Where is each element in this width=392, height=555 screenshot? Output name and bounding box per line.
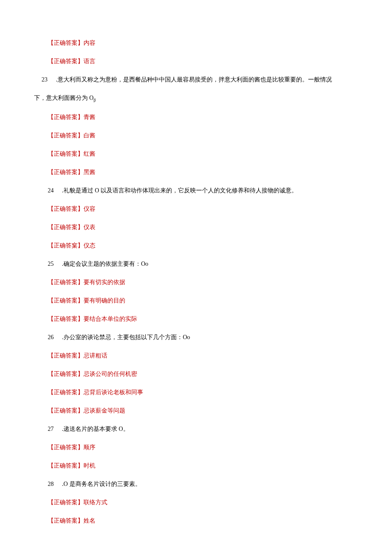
answer-label: 【正确答案】 [48, 499, 84, 506]
answer-text: 内容 [84, 40, 95, 46]
answer-line: 【正确答案】青酱 [48, 113, 366, 122]
question-25: 25 .确定会议主题的依据主要有：Oo [48, 259, 366, 268]
answer-text: 忌讲粗话 [84, 352, 107, 359]
answer-label: 【正确答案】 [48, 517, 84, 524]
answer-label: 【正确答窠】 [48, 242, 84, 249]
question-text: .办公室的谈论禁忌，主要包括以下几个方面：Oo [61, 334, 190, 340]
answer-line: 【正确答案】黑酱 [48, 168, 366, 177]
answer-label: 【正确答案】 [48, 462, 84, 469]
answer-text: 语言 [84, 58, 95, 64]
answer-line: 【正确答案】联络方式 [48, 498, 366, 507]
answer-line: 【正确答案】顺序 [48, 443, 366, 452]
question-text: .意大利而又称之为意粉，是西餐品种中中国人最容易接受的，拌意大利面的酱也是比较重… [55, 76, 332, 83]
answer-text: 要有切实的依据 [84, 279, 125, 285]
answer-line: 【正确答案】白酱 [48, 131, 366, 140]
answer-label: 【正确答案】 [48, 444, 84, 450]
answer-line: 【正确答案】时机 [48, 461, 366, 470]
answer-label: 【正确答案】 [48, 224, 84, 230]
answer-label: 【正确答案】 [48, 151, 84, 157]
question-23: 23 .意大利而又称之为意粉，是西餐品种中中国人最容易接受的，拌意大利面的酱也是… [34, 75, 366, 84]
document-page: 【正确答案】内容 【正确答案】语言 23 .意大利而又称之为意粉，是西餐品种中中… [0, 0, 392, 555]
answer-text: 白酱 [84, 132, 95, 139]
answer-line: 【正确答案】要有切实的依据 [48, 278, 366, 287]
answer-label: 【正确答案】 [48, 132, 84, 139]
answer-label: 【正确答案】 [48, 389, 84, 395]
answer-label: 【正确答案】 [48, 40, 84, 46]
answer-text: 要结合本单位的实际 [84, 316, 137, 322]
question-24: 24 .礼貌是通过 O 以及语言和动作体现出来的，它反映一个人的文化修养和待人接… [48, 186, 366, 195]
answer-text: 时机 [84, 462, 95, 469]
answer-text: 仪态 [84, 242, 95, 249]
answer-line: 【正确答案】忌谈薪金等问题 [48, 406, 366, 415]
answer-label: 【正确答案】 [48, 169, 84, 175]
question-text: .确定会议主题的依据主要有：Oo [61, 261, 148, 267]
question-26: 26 .办公室的谈论禁忌，主要包括以下几个方面：Oo [48, 333, 366, 342]
question-number: 23 [42, 75, 55, 84]
answer-text: 青酱 [84, 114, 95, 120]
answer-label: 【正确答案】 [48, 407, 84, 414]
answer-text: 要有明确的目的 [84, 297, 125, 304]
question-text: .递送名片的基本要求 O。 [61, 426, 129, 432]
question-number: 25 [48, 259, 61, 268]
answer-label: 【正确答案】 [48, 352, 84, 359]
answer-label: 【正确答案】 [48, 206, 84, 212]
answer-line: 【正确答案】仪表 [48, 223, 366, 232]
question-number: 28 [48, 479, 61, 488]
answer-label: 【正确答案】 [48, 114, 84, 120]
answer-text: 仪容 [84, 206, 95, 212]
answer-label: 【正确答案】 [48, 297, 84, 304]
answer-line: 【正确答案】姓名 [48, 516, 366, 525]
answer-line: 【正确答案】要有明确的目的 [48, 296, 366, 305]
answer-line: 【正确答案】忌背后谈论老板和同事 [48, 388, 366, 397]
question-27: 27 .递送名片的基本要求 O。 [48, 424, 366, 433]
question-number: 26 [48, 333, 61, 342]
answer-line: 【正确答窠】仪态 [48, 241, 366, 250]
answer-line: 【正确答案】仪容 [48, 204, 366, 213]
answer-line: 【正确答案】忌谈公司的任何机密 [48, 369, 366, 378]
answer-text: 忌背后谈论老板和同事 [84, 389, 143, 395]
answer-text: 红酱 [84, 151, 95, 157]
subscript: β [94, 98, 96, 102]
answer-line: 【正确答案】忌讲粗话 [48, 351, 366, 360]
answer-line: 【正确答案】红酱 [48, 149, 366, 158]
answer-line: 【正确答案】要结合本单位的实际 [48, 314, 366, 323]
answer-label: 【正确答案】 [48, 371, 84, 377]
answer-text: 忌谈薪金等问题 [84, 407, 125, 414]
answer-text: 忌谈公司的任何机密 [84, 371, 137, 377]
answer-label: 【正确答案】 [48, 279, 84, 285]
question-continuation-text: 下，意大利面酱分为 O [34, 95, 94, 101]
answer-text: 仪表 [84, 224, 95, 230]
question-number: 24 [48, 186, 61, 195]
question-text: .O 是商务名片设计的三要素。 [61, 481, 141, 487]
answer-line: 【正确答案】语言 [48, 57, 366, 66]
question-28: 28 .O 是商务名片设计的三要素。 [48, 479, 366, 488]
question-23-continuation: 下，意大利面酱分为 Oβ [34, 93, 366, 103]
answer-label: 【正确答案】 [48, 58, 84, 64]
answer-label: 【正确答案】 [48, 316, 84, 322]
answer-text: 顺序 [84, 444, 95, 450]
answer-line: 【正确答案】内容 [48, 38, 366, 47]
answer-text: 姓名 [84, 517, 95, 524]
answer-text: 联络方式 [84, 499, 107, 506]
question-text: .礼貌是通过 O 以及语言和动作体现出来的，它反映一个人的文化修养和待人接物的诚… [61, 187, 297, 194]
question-number: 27 [48, 424, 61, 433]
answer-text: 黑酱 [84, 169, 95, 175]
